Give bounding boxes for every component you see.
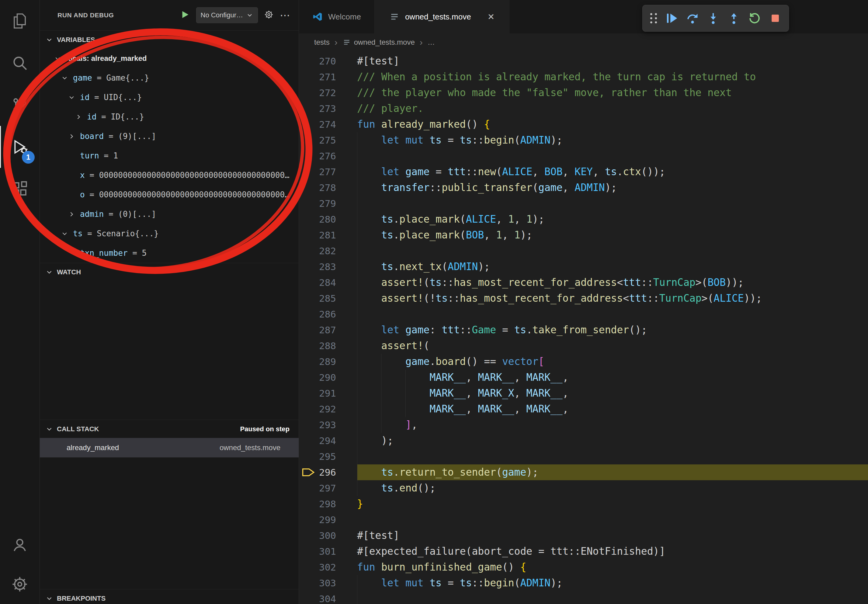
call-stack-empty-area	[40, 457, 299, 589]
glyph-margin	[299, 148, 318, 164]
line-number: 301	[318, 544, 336, 559]
variable-row[interactable]: ts = Scenario{...}	[40, 224, 299, 243]
glyph-margin	[299, 528, 318, 544]
variable-row[interactable]: x = 000000000000000000000000000000000000…	[40, 166, 299, 185]
line-number: 278	[318, 180, 336, 195]
line-text: );	[357, 433, 868, 449]
line-text: /// the player who made the "false" move…	[357, 85, 868, 101]
code-line: 283 ts.next_tx(ADMIN);	[299, 259, 868, 275]
variable-row[interactable]: admin = (0)[...]	[40, 204, 299, 224]
line-number: 302	[318, 559, 336, 575]
line-number: 287	[318, 322, 336, 338]
glyph-margin	[299, 354, 318, 370]
breakpoints-section-header[interactable]: BREAKPOINTS	[40, 589, 299, 604]
activity-item-run-and-debug[interactable]: 1	[0, 126, 40, 168]
line-text: let game: ttt::Game = ts.take_from_sende…	[357, 322, 868, 338]
variable-row[interactable]: locals: already_marked	[40, 49, 299, 68]
code-line: 297 ts.end();	[299, 480, 868, 496]
line-number: 292	[318, 401, 336, 417]
line-text	[357, 306, 868, 322]
glyph-margin	[299, 401, 318, 417]
variables-section-header[interactable]: VARIABLES	[40, 30, 299, 49]
line-number: 289	[318, 354, 336, 370]
code-line: 277 let game = ttt::new(ALICE, BOB, KEY,…	[299, 164, 868, 180]
line-text: assert!(ts::has_most_recent_for_address<…	[357, 275, 868, 290]
breadcrumb-item[interactable]: tests	[314, 38, 330, 46]
glyph-margin	[299, 180, 318, 195]
activity-bar-bottom	[0, 525, 40, 604]
code-line: 289 game.board() == vector[	[299, 354, 868, 370]
line-text: MARK__, MARK_X, MARK__,	[357, 385, 868, 401]
search-icon	[11, 54, 29, 72]
stop-button[interactable]	[765, 7, 786, 29]
activity-item-settings[interactable]	[0, 564, 40, 604]
settings-icon	[11, 575, 29, 593]
code-line: 270#[test]	[299, 53, 868, 69]
glyph-margin	[299, 370, 318, 385]
line-text: assert!(!ts::has_most_recent_for_address…	[357, 290, 868, 306]
variable-row[interactable]: id = ID{...}	[40, 107, 299, 127]
variable-row[interactable]: board = (9)[...]	[40, 127, 299, 146]
call-stack-frame[interactable]: already_markedowned_tests.move	[40, 438, 299, 457]
variable-row[interactable]: game = Game{...}	[40, 68, 299, 88]
config-dropdown[interactable]: No Configur…	[196, 7, 258, 23]
step-into-button[interactable]	[703, 7, 724, 29]
close-icon[interactable]: ✕	[488, 12, 494, 22]
glyph-margin	[299, 306, 318, 322]
line-text: fun already_marked() {	[357, 116, 868, 132]
call-stack-section-header[interactable]: CALL STACK Paused on step	[40, 420, 299, 438]
line-number: 270	[318, 53, 336, 69]
chevron-down-icon	[61, 74, 73, 82]
chevron-down-icon	[54, 55, 66, 62]
watch-section-header[interactable]: WATCH	[40, 263, 299, 281]
code-line: 304	[299, 591, 868, 604]
glyph-margin	[299, 559, 318, 575]
line-text: let mut ts = ts::begin(ADMIN);	[357, 575, 868, 591]
toolbar-gripper[interactable]	[646, 7, 662, 29]
variable-value: 0000000000000000000000000000000000000000…	[99, 170, 299, 180]
code-line: 293 ],	[299, 417, 868, 433]
line-text	[357, 148, 868, 164]
line-number: 283	[318, 259, 336, 275]
breadcrumb-item[interactable]: owned_tests.move	[343, 38, 415, 46]
activity-item-extensions[interactable]	[0, 168, 40, 210]
variables-tree: locals: already_markedgame = Game{...}id…	[40, 49, 299, 263]
line-text: let mut ts = ts::begin(ADMIN);	[357, 132, 868, 148]
breadcrumb-item[interactable]: …	[428, 38, 435, 46]
gear-icon[interactable]	[264, 10, 274, 21]
line-number: 273	[318, 101, 336, 116]
variable-name: o	[80, 190, 85, 199]
variable-value: UID{...}	[104, 93, 142, 102]
glyph-margin	[299, 195, 318, 211]
line-text: ],	[357, 417, 868, 433]
activity-item-accounts[interactable]	[0, 525, 40, 564]
config-dropdown-label: No Configur…	[201, 11, 243, 19]
step-over-button[interactable]	[682, 7, 703, 29]
code-editor[interactable]: 270#[test]271/// When a position is alre…	[299, 51, 868, 604]
explorer-icon	[11, 12, 29, 30]
variable-row[interactable]: id = UID{...}	[40, 88, 299, 107]
step-out-button[interactable]	[724, 7, 744, 29]
chevron-down-icon	[68, 94, 80, 101]
variable-row[interactable]: o = 000000000000000000000000000000000000…	[40, 185, 299, 204]
line-text: transfer::public_transfer(game, ADMIN);	[357, 180, 868, 195]
activity-item-explorer[interactable]	[0, 0, 40, 42]
restart-button[interactable]	[744, 7, 765, 29]
variable-row[interactable]: turn = 1	[40, 146, 299, 166]
tab-owned_tests.move[interactable]: owned_tests.move✕	[375, 0, 510, 34]
line-text: assert!(	[357, 338, 868, 354]
line-text: ts.return_to_sender(game);	[357, 465, 868, 480]
start-debugging-button[interactable]	[180, 9, 190, 21]
tab-Welcome[interactable]: Welcome	[299, 0, 375, 34]
continue-button[interactable]	[662, 7, 682, 29]
variable-row[interactable]: txn_number = 5	[40, 243, 299, 263]
variable-value: Game{...}	[107, 73, 149, 82]
line-number: 290	[318, 370, 336, 385]
line-number: 285	[318, 290, 336, 306]
activity-item-search[interactable]	[0, 42, 40, 84]
movefile-icon	[389, 12, 400, 22]
activity-item-source-control[interactable]	[0, 84, 40, 126]
code-line: 296 ts.return_to_sender(game);	[299, 465, 868, 480]
glyph-margin	[299, 591, 318, 604]
glyph-margin	[299, 496, 318, 512]
